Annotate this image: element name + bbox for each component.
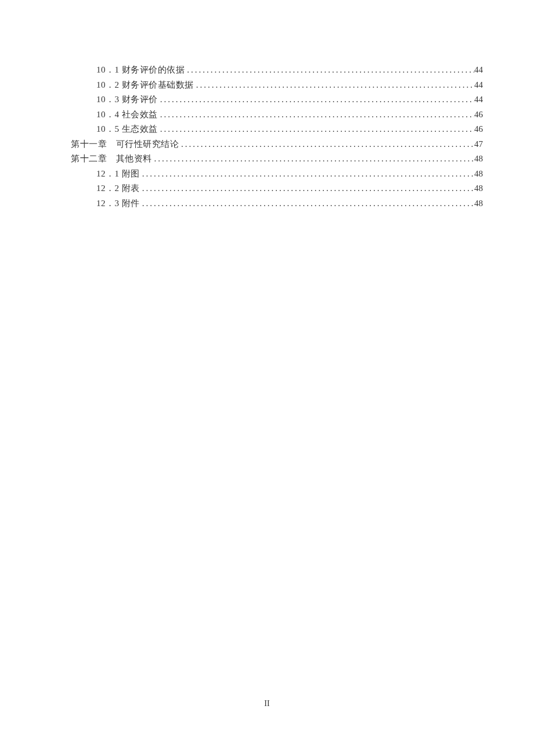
toc-entry[interactable]: 12．2 附表 48	[71, 181, 483, 196]
toc-leader-dots	[179, 137, 474, 152]
toc-page-number: 46	[474, 107, 483, 123]
toc-page-number: 44	[474, 92, 483, 107]
toc-entry[interactable]: 10．2 财务评价基础数据 44	[71, 78, 483, 93]
toc-entry[interactable]: 12．3 附件 48	[71, 196, 483, 211]
toc-leader-dots	[140, 196, 474, 211]
toc-leader-dots	[185, 63, 474, 78]
toc-page-number: 48	[474, 152, 483, 167]
toc-leader-dots	[152, 152, 475, 167]
toc-leader-dots	[158, 92, 474, 107]
toc-title: 10．5 生态效益	[96, 122, 158, 137]
toc-title: 第十二章 其他资料	[71, 152, 152, 167]
toc-entry[interactable]: 10．5 生态效益 46	[71, 122, 483, 137]
toc-page-number: 48	[474, 196, 483, 211]
toc-title: 第十一章 可行性研究结论	[71, 137, 179, 152]
toc-page-number: 48	[474, 167, 483, 182]
toc-entry[interactable]: 12．1 附图 48	[71, 167, 483, 182]
toc-leader-dots	[158, 107, 474, 123]
toc-page-number: 48	[474, 181, 483, 196]
toc-entry[interactable]: 10．3 财务评价 44	[71, 92, 483, 107]
toc-title: 12．1 附图	[96, 167, 140, 182]
toc-title: 12．2 附表	[96, 181, 140, 196]
toc-entry[interactable]: 第十二章 其他资料 48	[71, 152, 483, 167]
toc-page-number: 44	[474, 63, 483, 78]
toc-entry[interactable]: 第十一章 可行性研究结论 47	[71, 137, 483, 152]
toc-title: 10．4 社会效益	[96, 107, 158, 123]
toc-leader-dots	[140, 167, 474, 182]
toc-container: 10．1 财务评价的依据 44 10．2 财务评价基础数据 44 10．3 财务…	[71, 63, 483, 211]
toc-entry[interactable]: 10．1 财务评价的依据 44	[71, 63, 483, 78]
toc-page-number: 46	[474, 122, 483, 137]
toc-leader-dots	[140, 181, 474, 196]
toc-page-number: 47	[474, 137, 483, 152]
page-number: II	[0, 699, 534, 708]
toc-title: 10．2 财务评价基础数据	[96, 78, 194, 93]
toc-title: 10．3 财务评价	[96, 92, 158, 107]
toc-entry[interactable]: 10．4 社会效益 46	[71, 107, 483, 123]
toc-title: 10．1 财务评价的依据	[96, 63, 185, 78]
toc-leader-dots	[158, 122, 474, 137]
toc-page-number: 44	[474, 78, 483, 93]
toc-title: 12．3 附件	[96, 196, 140, 211]
toc-leader-dots	[194, 78, 474, 93]
